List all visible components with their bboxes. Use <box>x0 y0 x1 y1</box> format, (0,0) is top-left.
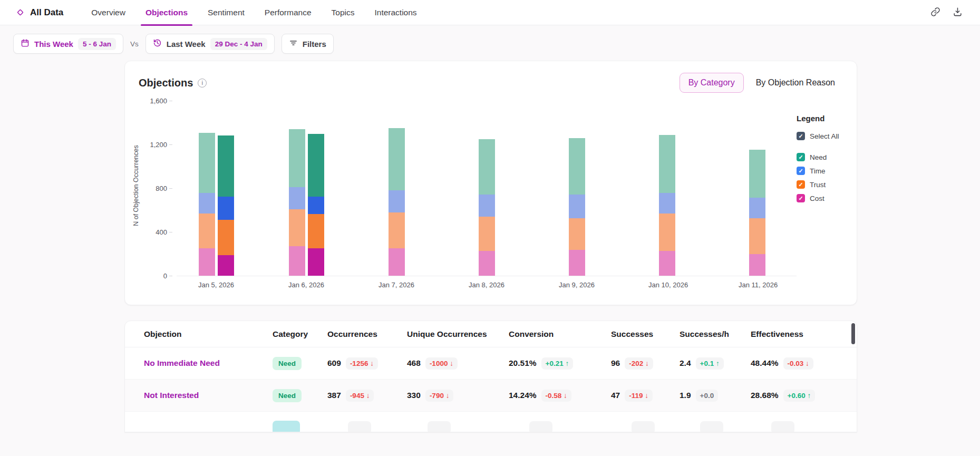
toggle-by-objection-reason[interactable]: By Objection Reason <box>747 73 844 93</box>
info-icon[interactable]: i <box>198 79 207 88</box>
x-axis-label: Jan 9, 2026 <box>558 281 595 289</box>
metric-value: 468 <box>407 358 421 367</box>
brand[interactable]: All Data <box>16 7 63 18</box>
table-row[interactable] <box>125 412 857 432</box>
bar-segment-time-last-week[interactable] <box>569 195 585 218</box>
bar-segment-trust-last-week[interactable] <box>289 209 305 247</box>
history-icon <box>153 38 162 49</box>
bar-segment-need-last-week[interactable] <box>659 135 675 193</box>
download-button[interactable] <box>949 5 965 21</box>
legend-item-time[interactable]: ✓Time <box>797 167 849 175</box>
bar-segment-cost-last-week[interactable] <box>569 250 585 276</box>
bar-segment-trust-last-week[interactable] <box>569 218 585 250</box>
table-body: No Immediate NeedNeed609-1256 ↓468-1000 … <box>125 347 857 432</box>
bar-segment-trust-this-week[interactable] <box>308 214 324 248</box>
bar-segment-time-last-week[interactable] <box>289 187 305 209</box>
bar-segment-need-last-week[interactable] <box>749 150 765 197</box>
table-row[interactable]: No Immediate NeedNeed609-1256 ↓468-1000 … <box>125 347 857 380</box>
delta-pill: +0.60 ↑ <box>783 390 816 402</box>
bar-segment-cost-last-week[interactable] <box>289 246 305 276</box>
tab-objections[interactable]: Objections <box>135 0 198 25</box>
category-badge <box>273 421 300 432</box>
tab-performance[interactable]: Performance <box>255 0 322 25</box>
legend-select-all[interactable]: ✓ Select All <box>797 132 849 140</box>
bar-segment-cost-last-week[interactable] <box>199 248 215 276</box>
checkbox-trust[interactable]: ✓ <box>797 180 805 189</box>
bar-segment-need-last-week[interactable] <box>199 133 215 193</box>
bar-last-week-jan-9-2026 <box>569 138 585 276</box>
metric-cell <box>751 421 857 432</box>
x-axis-label: Jan 10, 2026 <box>648 281 685 289</box>
bar-segment-cost-last-week[interactable] <box>749 254 765 276</box>
legend-label: Trust <box>810 181 826 189</box>
nav-tabs: OverviewObjectionsSentimentPerformanceTo… <box>81 0 426 25</box>
metric-value: 28.68% <box>751 391 779 400</box>
bar-segment-time-this-week[interactable] <box>308 197 324 214</box>
bar-segment-need-last-week[interactable] <box>479 139 495 195</box>
bar-segment-need-this-week[interactable] <box>218 135 234 196</box>
bar-segment-time-last-week[interactable] <box>199 193 215 213</box>
metric-cell: 96-202 ↓ <box>611 357 680 370</box>
comparison-period-badge: 29 Dec - 4 Jan <box>210 38 267 50</box>
tab-overview[interactable]: Overview <box>81 0 135 25</box>
link-icon <box>930 7 940 18</box>
delta-pill <box>529 421 552 432</box>
bar-last-week-jan-6-2026 <box>289 129 305 276</box>
bar-segment-cost-this-week[interactable] <box>308 248 324 276</box>
metric-value: 387 <box>327 391 341 400</box>
bar-group-jan-11-2026 <box>739 150 775 276</box>
checkbox-time[interactable]: ✓ <box>797 167 805 175</box>
bar-segment-cost-last-week[interactable] <box>659 251 675 276</box>
bar-segment-cost-last-week[interactable] <box>479 251 495 276</box>
metric-cell: 48.44%-0.03 ↓ <box>751 357 857 370</box>
select-all-checkbox[interactable]: ✓ <box>797 132 805 140</box>
toggle-by-category[interactable]: By Category <box>680 73 744 93</box>
bar-segment-need-last-week[interactable] <box>289 129 305 187</box>
metric-value: 609 <box>327 358 341 367</box>
metric-value: 47 <box>611 391 620 400</box>
bar-segment-trust-last-week[interactable] <box>389 212 405 249</box>
bar-segment-time-this-week[interactable] <box>218 197 234 220</box>
delta-pill: +0.1 ↑ <box>696 357 724 370</box>
objection-link[interactable]: Not Interested <box>144 391 199 400</box>
bar-segment-time-last-week[interactable] <box>479 195 495 217</box>
bar-segment-need-last-week[interactable] <box>569 138 585 195</box>
legend-item-cost[interactable]: ✓Cost <box>797 194 849 202</box>
bar-segment-cost-this-week[interactable] <box>218 255 234 276</box>
table-row[interactable]: Not InterestedNeed387-945 ↓330-790 ↓14.2… <box>125 380 857 412</box>
bar-segment-need-this-week[interactable] <box>308 134 324 196</box>
checkbox-need[interactable]: ✓ <box>797 153 805 161</box>
bar-segment-trust-last-week[interactable] <box>479 217 495 251</box>
y-tick-label: 1,200 <box>150 141 167 149</box>
bar-segment-need-last-week[interactable] <box>389 128 405 190</box>
objection-link[interactable]: No Immediate Need <box>144 358 220 367</box>
table-scrollbar-thumb[interactable] <box>851 323 855 344</box>
bar-segment-time-last-week[interactable] <box>659 193 675 213</box>
bar-segment-trust-last-week[interactable] <box>199 214 215 248</box>
x-axis-label: Jan 11, 2026 <box>739 281 775 289</box>
tab-topics[interactable]: Topics <box>322 0 365 25</box>
legend-item-need[interactable]: ✓Need <box>797 153 849 161</box>
legend-label: Time <box>810 167 826 175</box>
primary-period-button[interactable]: This Week 5 - 6 Jan <box>13 34 123 54</box>
metric-cell: 387-945 ↓ <box>327 390 407 402</box>
comparison-period-button[interactable]: Last Week 29 Dec - 4 Jan <box>145 34 275 54</box>
bar-segment-cost-last-week[interactable] <box>389 248 405 276</box>
bar-segment-trust-this-week[interactable] <box>218 220 234 255</box>
bar-segment-trust-last-week[interactable] <box>749 218 765 254</box>
tab-sentiment[interactable]: Sentiment <box>198 0 255 25</box>
legend-item-trust[interactable]: ✓Trust <box>797 180 849 189</box>
copy-link-button[interactable] <box>927 5 943 21</box>
metric-cell: 47-119 ↓ <box>611 390 680 402</box>
column-header-successes-h: Successes/h <box>680 329 751 339</box>
bar-last-week-jan-5-2026 <box>199 133 215 276</box>
bar-segment-time-last-week[interactable] <box>749 198 765 218</box>
checkbox-cost[interactable]: ✓ <box>797 194 805 202</box>
delta-pill <box>348 421 371 432</box>
tab-interactions[interactable]: Interactions <box>364 0 426 25</box>
bar-segment-trust-last-week[interactable] <box>659 214 675 251</box>
bar-segment-time-last-week[interactable] <box>389 190 405 212</box>
filters-button[interactable]: Filters <box>282 34 334 54</box>
metric-value: 20.51% <box>509 358 537 367</box>
objections-card-header: Objections i By Category By Objection Re… <box>125 61 857 97</box>
